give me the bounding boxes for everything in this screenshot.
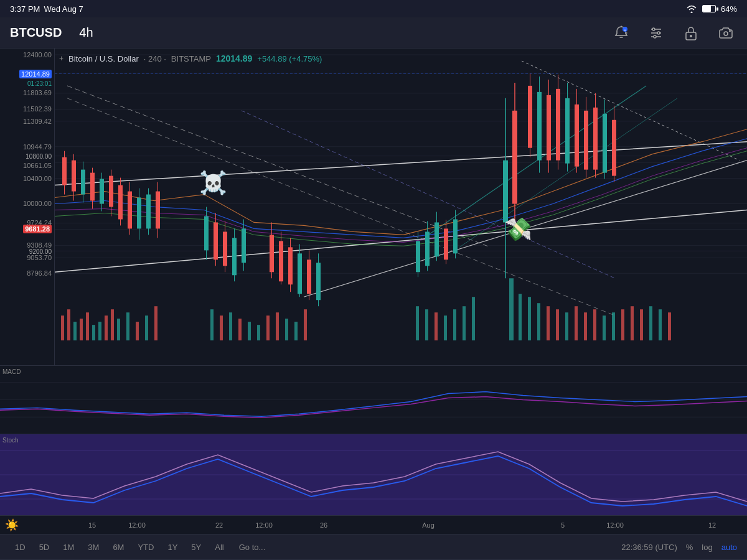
lock-button[interactable] (680, 22, 702, 44)
top-toolbar: BTCUSD 4h + (0, 17, 747, 49)
svg-rect-42 (98, 322, 101, 340)
time-22: 22 (215, 521, 223, 529)
period-5d[interactable]: 5D (34, 540, 55, 554)
svg-rect-38 (73, 322, 77, 340)
time-5: 5 (561, 521, 565, 529)
svg-point-6 (657, 32, 660, 34)
svg-point-7 (654, 35, 656, 38)
date-display: Wed Aug 7 (44, 4, 83, 14)
price-10000: 10000.00 (23, 200, 52, 207)
indicator2-panel: Stoch (0, 434, 747, 515)
goto-button[interactable]: Go to... (233, 540, 272, 554)
indicator1-panel: MACD (0, 366, 747, 434)
period-1y[interactable]: 1Y (162, 540, 182, 554)
main-chart[interactable]: 12400.00 12014.89 01:23:01 11803.69 1150… (0, 49, 747, 366)
price-11502: 11502.39 (23, 105, 52, 113)
indicators-button[interactable] (645, 22, 667, 44)
svg-rect-49 (154, 306, 157, 340)
svg-rect-56 (266, 315, 270, 340)
period-3m[interactable]: 3M (83, 540, 104, 554)
svg-rect-41 (92, 325, 95, 340)
time-12-2: 12:00 (255, 521, 273, 529)
chart-exchange: BITSTAMP (171, 54, 211, 63)
period-all[interactable]: All (210, 540, 228, 554)
price-time: 01:23:01 (27, 80, 52, 86)
time-12-3: 12:00 (606, 521, 624, 529)
svg-rect-53 (238, 319, 242, 340)
svg-rect-44 (111, 309, 114, 340)
svg-rect-61 (416, 306, 419, 340)
chart-svg (55, 49, 747, 365)
svg-rect-76 (584, 312, 587, 340)
battery-icon (702, 5, 716, 12)
period-1d[interactable]: 1D (10, 540, 31, 554)
svg-rect-71 (537, 303, 540, 340)
svg-rect-77 (593, 309, 596, 340)
chart-info-overlay: + Bitcoin / U.S. Dollar · 240 · BITSTAMP… (59, 54, 322, 63)
svg-rect-68 (509, 278, 514, 340)
svg-rect-58 (285, 319, 288, 340)
chart-name: Bitcoin / U.S. Dollar (68, 54, 139, 63)
svg-rect-40 (86, 312, 89, 340)
price-current: 12014.89 (19, 70, 52, 78)
svg-point-10 (724, 32, 728, 35)
svg-rect-48 (145, 315, 148, 340)
log-toggle[interactable]: log (702, 543, 712, 552)
period-ytd[interactable]: YTD (133, 540, 159, 554)
svg-rect-80 (621, 309, 624, 340)
svg-rect-66 (463, 306, 466, 340)
svg-rect-78 (603, 315, 606, 340)
price-10944: 10944.79 (23, 143, 52, 151)
utc-time: 22:36:59 (UTC) (621, 543, 677, 552)
svg-rect-50 (210, 309, 214, 340)
period-6m[interactable]: 6M (108, 540, 129, 554)
svg-rect-54 (248, 322, 251, 340)
auto-toggle[interactable]: auto (721, 543, 737, 552)
wifi-icon (686, 5, 697, 13)
price-11309: 11309.42 (23, 118, 52, 125)
svg-rect-67 (472, 297, 475, 340)
svg-rect-83 (649, 306, 652, 340)
alert-button[interactable]: + (610, 22, 632, 44)
svg-line-27 (55, 142, 747, 185)
svg-rect-82 (640, 309, 643, 340)
bottom-toolbar: 1D 5D 1M 3M 6M YTD 1Y 5Y All Go to... 22… (0, 534, 747, 560)
price-12400: 12400.00 (23, 51, 52, 58)
svg-rect-81 (631, 306, 634, 340)
svg-text:+: + (624, 28, 626, 32)
svg-rect-85 (668, 312, 671, 340)
price-10661: 10661.05 (23, 162, 52, 169)
svg-rect-73 (556, 309, 559, 340)
svg-rect-64 (444, 315, 447, 340)
svg-rect-43 (105, 315, 108, 340)
indicator1-label: MACD (2, 368, 21, 375)
time-12: 12 (708, 521, 716, 529)
svg-rect-46 (126, 312, 129, 340)
battery-label: 64% (721, 4, 737, 14)
pct-toggle[interactable]: % (686, 543, 693, 552)
svg-rect-62 (425, 309, 428, 340)
svg-rect-59 (294, 322, 298, 340)
chart-price: 12014.89 (216, 54, 252, 63)
indicator2-svg (0, 434, 747, 515)
price-9681-highlight: 9681.28 (23, 225, 52, 233)
svg-rect-75 (575, 306, 578, 340)
svg-rect-47 (136, 322, 139, 340)
status-bar: 3:37 PM Wed Aug 7 64% (0, 0, 747, 17)
svg-rect-65 (453, 309, 456, 340)
svg-line-35 (522, 61, 740, 161)
svg-rect-70 (528, 297, 531, 340)
time-display: 3:37 PM (10, 4, 40, 14)
period-5y[interactable]: 5Y (186, 540, 206, 554)
period-1m[interactable]: 1M (58, 540, 79, 554)
svg-rect-72 (547, 306, 550, 340)
svg-rect-39 (80, 319, 83, 340)
symbol-label: BTCUSD (10, 26, 62, 40)
svg-rect-74 (565, 312, 568, 340)
svg-rect-55 (257, 325, 260, 340)
sun-icon: ☀️ (5, 518, 19, 532)
price-11803: 11803.69 (23, 89, 52, 96)
screenshot-button[interactable] (715, 22, 737, 44)
svg-rect-51 (220, 315, 223, 340)
svg-rect-37 (67, 309, 70, 340)
